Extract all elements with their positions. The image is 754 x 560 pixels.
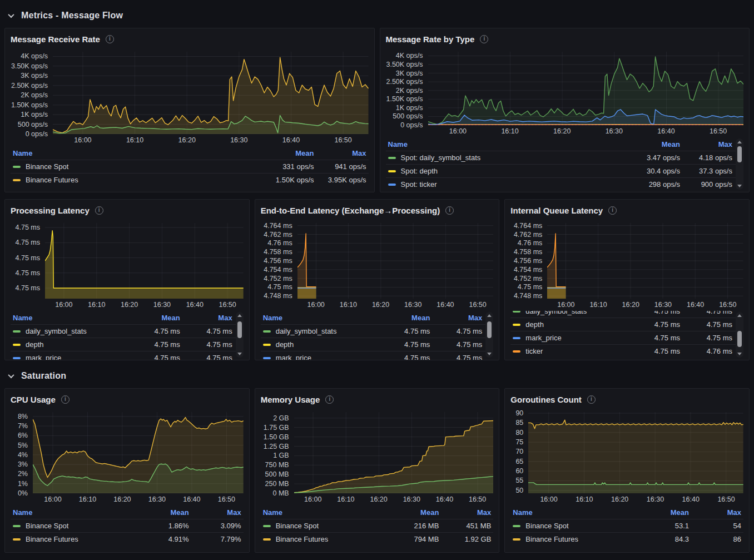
legend-scrollbar[interactable] bbox=[736, 312, 743, 358]
legend-series-label[interactable]: Spot: daily_symbol_stats bbox=[401, 153, 481, 162]
legend-row[interactable]: Binance Futures1.50K ops/s3.95K ops/s bbox=[11, 173, 369, 186]
legend-header-name[interactable]: Name bbox=[11, 149, 252, 157]
legend-series-label[interactable]: depth bbox=[276, 340, 294, 349]
info-icon[interactable] bbox=[106, 35, 114, 43]
legend-series-label[interactable]: ticker bbox=[525, 347, 543, 355]
legend-scrollbar[interactable] bbox=[736, 138, 743, 190]
legend-row[interactable]: Spot: depth30.4 ops/s37.3 ops/s bbox=[386, 164, 744, 177]
legend-series-label[interactable]: Spot: depth bbox=[401, 167, 438, 175]
legend-series-label[interactable]: Binance Spot bbox=[525, 522, 568, 530]
legend-header-max[interactable]: Max bbox=[689, 508, 743, 517]
legend-row[interactable]: depth4.75 ms4.75 ms bbox=[261, 338, 494, 351]
scroll-up-arrow[interactable] bbox=[237, 314, 242, 317]
scroll-down-arrow[interactable] bbox=[737, 353, 742, 355]
time-series-chart[interactable] bbox=[297, 223, 494, 299]
legend-header-max[interactable]: Max bbox=[314, 149, 369, 157]
info-icon[interactable] bbox=[587, 395, 596, 404]
info-icon[interactable] bbox=[480, 35, 488, 43]
legend-header-name[interactable]: Name bbox=[11, 314, 118, 322]
legend-row[interactable]: Spot: ticker298 ops/s900 ops/s bbox=[386, 177, 744, 191]
legend-header-name[interactable]: Name bbox=[386, 140, 618, 148]
legend-row[interactable]: daily_symbol_stats4.75 ms4.75 ms bbox=[11, 324, 244, 338]
info-icon[interactable] bbox=[325, 395, 334, 404]
legend-row[interactable]: mark_price4.75 ms4.75 ms bbox=[11, 351, 244, 360]
panel-title[interactable]: Internal Queue Latency bbox=[510, 206, 603, 215]
info-icon[interactable] bbox=[608, 206, 617, 215]
legend-header-mean[interactable]: Mean bbox=[376, 508, 439, 517]
legend-header-name[interactable]: Name bbox=[510, 508, 627, 517]
legend-header-max[interactable]: Max bbox=[439, 508, 493, 517]
legend-header-mean[interactable]: Mean bbox=[252, 149, 314, 157]
legend-row[interactable]: daily_symbol_stats4.75 ms4.75 ms bbox=[510, 311, 743, 318]
legend-row[interactable]: ticker4.75 ms4.76 ms bbox=[510, 344, 743, 358]
legend-series-label[interactable]: depth bbox=[525, 320, 544, 329]
legend-row[interactable]: Binance Futures794 MB1.92 GB bbox=[261, 532, 494, 546]
section-header-metrics-message-flow[interactable]: Metrics - Message Flow bbox=[9, 8, 750, 23]
legend-header-mean[interactable]: Mean bbox=[118, 314, 180, 322]
time-series-chart[interactable] bbox=[547, 223, 743, 299]
legend-header-name[interactable]: Name bbox=[261, 508, 377, 517]
panel-title[interactable]: Message Rate by Type bbox=[386, 34, 475, 44]
legend-series-label[interactable]: Spot: ticker bbox=[401, 180, 437, 189]
info-icon[interactable] bbox=[61, 395, 70, 404]
legend-series-label[interactable]: Binance Spot bbox=[26, 162, 68, 171]
legend-header-mean[interactable]: Mean bbox=[618, 140, 680, 148]
scroll-up-arrow[interactable] bbox=[487, 314, 492, 317]
legend-series-label[interactable]: Binance Futures bbox=[26, 535, 78, 543]
legend-row[interactable]: Binance Futures84.386 bbox=[510, 532, 743, 546]
legend-row[interactable]: Spot: daily_symbol_stats3.47 ops/s4.18 o… bbox=[386, 151, 744, 164]
legend-header-max[interactable]: Max bbox=[680, 140, 735, 148]
legend-series-label[interactable]: Binance Futures bbox=[525, 535, 578, 543]
legend-series-label[interactable]: daily_symbol_stats bbox=[525, 311, 587, 315]
section-header-saturation[interactable]: Saturation bbox=[9, 368, 750, 384]
scroll-up-arrow[interactable] bbox=[737, 314, 742, 317]
legend-row[interactable]: mark_price4.75 ms4.75 ms bbox=[510, 331, 743, 344]
time-series-chart[interactable] bbox=[294, 412, 494, 493]
legend-row[interactable]: Binance Spot53.154 bbox=[510, 519, 743, 532]
time-series-chart[interactable] bbox=[428, 52, 744, 125]
legend-series-label[interactable]: depth bbox=[26, 340, 44, 349]
legend-header-mean[interactable]: Mean bbox=[127, 508, 189, 517]
legend-row[interactable]: depth4.75 ms4.75 ms bbox=[510, 318, 743, 331]
legend-series-label[interactable]: Binance Spot bbox=[26, 522, 68, 530]
panel-title[interactable]: End-to-End Latency (Exchange→Processing) bbox=[261, 206, 440, 215]
time-series-chart[interactable] bbox=[45, 223, 244, 299]
legend-header-mean[interactable]: Mean bbox=[627, 508, 689, 517]
legend-header-name[interactable]: Name bbox=[261, 314, 368, 322]
scroll-down-arrow[interactable] bbox=[237, 353, 242, 355]
legend-series-label[interactable]: mark_price bbox=[26, 354, 61, 360]
legend-series-label[interactable]: mark_price bbox=[525, 334, 561, 342]
legend-header-name[interactable]: Name bbox=[11, 508, 127, 517]
legend-header-mean[interactable]: Mean bbox=[368, 314, 430, 322]
panel-title[interactable]: Goroutines Count bbox=[510, 395, 582, 404]
legend-series-label[interactable]: daily_symbol_stats bbox=[276, 327, 337, 335]
legend-series-label[interactable]: Binance Spot bbox=[276, 522, 319, 530]
panel-title[interactable]: Message Receive Rate bbox=[11, 34, 100, 44]
legend-scrollbar[interactable] bbox=[485, 312, 493, 358]
legend-series-label[interactable]: mark_price bbox=[276, 354, 311, 360]
scroll-up-arrow[interactable] bbox=[737, 141, 742, 143]
legend-series-label[interactable]: Binance Futures bbox=[26, 176, 78, 184]
time-series-chart[interactable] bbox=[53, 52, 369, 134]
legend-row[interactable]: Binance Spot216 MB451 MB bbox=[261, 519, 494, 532]
scroll-down-arrow[interactable] bbox=[737, 185, 742, 187]
panel-title[interactable]: Memory Usage bbox=[261, 395, 320, 404]
legend-row[interactable]: Binance Spot1.86%3.09% bbox=[11, 519, 244, 532]
legend-header-max[interactable]: Max bbox=[180, 314, 235, 322]
info-icon[interactable] bbox=[445, 206, 454, 215]
legend-header-max[interactable]: Max bbox=[189, 508, 244, 517]
legend-header-max[interactable]: Max bbox=[430, 314, 484, 322]
legend-row[interactable]: Binance Spot331 ops/s941 ops/s bbox=[11, 160, 369, 173]
legend-row[interactable]: depth4.75 ms4.75 ms bbox=[11, 338, 244, 351]
legend-row[interactable]: daily_symbol_stats4.75 ms4.75 ms bbox=[261, 324, 494, 338]
scroll-down-arrow[interactable] bbox=[487, 353, 492, 355]
panel-title[interactable]: Processing Latency bbox=[11, 206, 90, 215]
panel-title[interactable]: CPU Usage bbox=[11, 395, 56, 404]
time-series-chart[interactable] bbox=[33, 412, 244, 493]
info-icon[interactable] bbox=[95, 206, 103, 215]
legend-row[interactable]: Binance Futures4.91%7.79% bbox=[11, 532, 244, 546]
legend-series-label[interactable]: Binance Futures bbox=[276, 535, 329, 543]
legend-series-label[interactable]: daily_symbol_stats bbox=[26, 327, 87, 335]
time-series-chart[interactable] bbox=[528, 412, 743, 493]
legend-row[interactable]: mark_price4.75 ms4.75 ms bbox=[261, 351, 494, 360]
